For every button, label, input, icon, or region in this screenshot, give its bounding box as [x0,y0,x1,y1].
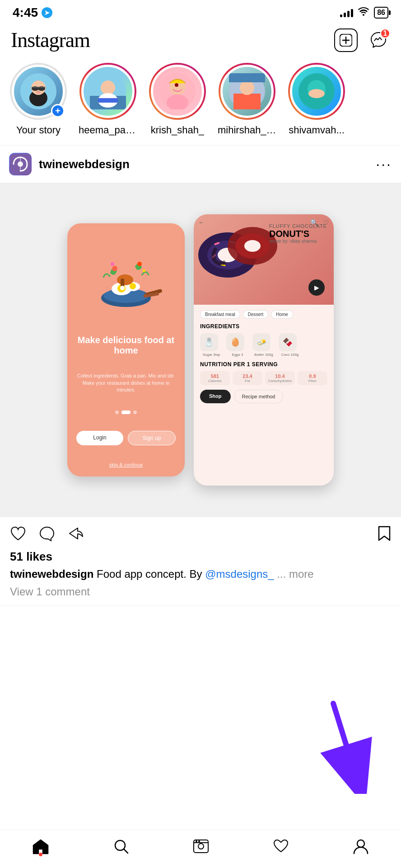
nav-profile[interactable] [353,838,369,854]
battery-level: 86 [377,9,385,16]
story-label-krish: krish_shah_ [151,124,205,136]
app-mockup-right: ← 🔍 ♡ FLUFFY CHOCOLATE DONUT'S recipe by… [194,214,334,486]
svg-point-36 [112,266,117,271]
story-item-heema[interactable]: heema_part... [79,63,137,136]
svg-point-35 [130,283,136,289]
create-button[interactable] [334,28,358,52]
shop-button[interactable]: Shop [200,390,231,403]
post-actions-left [10,525,84,545]
ingredient-box-eggs: 🥚 [226,333,244,351]
story-item-shivam[interactable]: shivamvah... [287,63,346,136]
share-button[interactable] [68,525,84,545]
svg-rect-8 [32,87,45,88]
caption-username[interactable]: twinewebdesign [10,568,93,580]
nav-home[interactable] [32,838,49,854]
card-pagination [115,410,137,414]
post-meta: 51 likes twinewebdesign Food app concept… [0,550,401,605]
nav-heart[interactable] [273,838,289,854]
nav-reels[interactable] [193,838,209,854]
ingredient-label-sugar: Sugar 2tsp [200,353,223,357]
svg-point-27 [18,161,23,167]
notification-badge: 1 [380,28,390,38]
time-display: 4:45 [13,5,38,20]
nutrition-name-carbs: Carbohydrates [268,379,292,383]
ingredient-box-coco: 🍫 [279,333,297,351]
recipe-name: DONUT'S [269,229,327,239]
like-button[interactable] [10,525,26,545]
post-actions [0,517,401,550]
nav-search[interactable] [113,838,129,854]
more-link[interactable]: ... more [277,568,313,580]
view-comments[interactable]: View 1 comment [10,585,391,598]
recipe-info: FLUFFY CHOCOLATE DONUT'S recipe by: vika… [269,223,327,244]
signup-button[interactable]: Sign up [128,431,176,445]
comment-button[interactable] [39,525,55,545]
login-button[interactable]: Login [76,431,123,445]
story-avatar-heema [81,65,135,118]
filter-tag-dessert[interactable]: Dessert [243,310,268,319]
story-ring-heema [79,63,136,120]
svg-rect-22 [229,73,265,82]
nutrition-row: 581 Calories 23.4 Fat 10.4 Carbohydrates… [200,371,327,385]
nutrition-calories: 581 Calories [200,371,230,385]
svg-point-12 [101,80,115,95]
post-author[interactable]: twinewebdesign [9,153,130,175]
signal-bars [340,8,353,17]
dot-3 [133,410,137,414]
svg-point-37 [137,262,142,266]
location-icon: ➤ [42,7,52,18]
status-bar: 4:45 ➤ 86 [0,0,401,24]
svg-point-53 [244,240,261,252]
recipe-content: Breakfast meal Dessert Home INGREDIENTS … [194,305,334,486]
nutrition-value-fiber: 0.9 [300,373,325,379]
action-buttons: Shop Recipe method [200,390,327,403]
story-item-mihir[interactable]: mihirshah_22 [218,63,276,136]
messenger-button[interactable]: 1 [367,28,390,52]
card-subtitle: Collect ingredients. Grab a pan. Mix and… [76,373,176,393]
filter-tag-breakfast[interactable]: Breakfast meal [200,310,240,319]
home-active-dot [39,853,42,856]
story-label-heema: heema_part... [79,124,137,136]
story-label-mihir: mihirshah_22 [218,124,276,136]
ingredients-row: 🧂 Sugar 2tsp 🥚 Eggs 3 🧈 Butter 100g 🍫 Co… [200,333,327,357]
status-time: 4:45 ➤ [13,5,52,20]
bookmark-button[interactable] [378,525,391,545]
app-mockup-left: Make delicious food at home Collect ingr… [67,223,185,476]
ingredient-box-sugar: 🧂 [200,333,218,351]
wifi-icon [358,7,369,19]
card-title: Make delicious food at home [76,335,176,356]
story-avatar-shivam [290,65,343,118]
purple-arrow-overlay [311,694,383,796]
play-button[interactable]: ▶ [308,279,325,296]
svg-point-40 [120,286,125,290]
story-item-krish[interactable]: krish_shah_ [148,63,207,136]
nutrition-name-fiber: Fiber [300,379,325,383]
recipe-by: recipe by: vikas sharma [269,239,327,244]
nutrition-value-fat: 23.4 [235,373,260,379]
recipe-method-button[interactable]: Recipe method [234,390,283,403]
svg-point-58 [198,844,204,849]
dot-2 [121,410,131,414]
story-item-your[interactable]: + Your story [9,63,68,136]
filter-tag-home[interactable]: Home [271,310,293,319]
more-options-button[interactable]: ··· [376,156,392,173]
story-avatar-krish [151,65,204,118]
skip-link[interactable]: skip & continue [109,462,143,467]
food-illustration [90,246,162,318]
post-username: twinewebdesign [39,157,130,171]
story-ring-mihir [219,63,275,120]
donut-image: ← 🔍 ♡ FLUFFY CHOCOLATE DONUT'S recipe by… [194,214,334,305]
svg-point-38 [117,274,133,285]
svg-rect-20 [233,94,261,109]
story-label-your: Your story [16,124,61,136]
battery-indicator: 86 [374,7,388,19]
ingredient-label-coco: Coco 100g [279,353,301,357]
likes-count: 51 likes [10,550,391,564]
home-indicator-area [0,606,401,660]
nutrition-name-fat: Fat [235,379,260,383]
svg-line-56 [124,849,128,853]
caption-mention[interactable]: @msdesigns_ [205,568,274,580]
nutrition-fat: 23.4 Fat [233,371,262,385]
post-image-area: Make delicious food at home Collect ingr… [0,183,401,517]
stories-list: + Your story heema_part... [0,58,401,145]
